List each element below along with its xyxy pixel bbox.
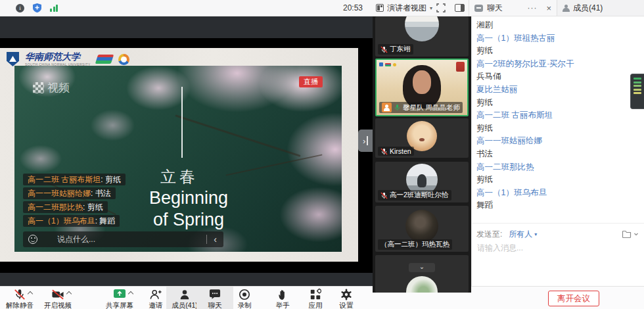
participant-strip: 丁东翊 馨星队 周晶晶老师 Kirsten 高一2班迪斯吐尔恰 （高一二班）玛热… [373,16,471,293]
participant-name: 高一2班迪斯吐尔恰 [390,191,449,200]
chevron-up-icon[interactable] [67,291,72,295]
overlay-collapse-icon[interactable]: ‹ [207,232,218,247]
settings-button[interactable]: 设置 [328,287,365,309]
chat-sender: 高一2班的努尔比亚·买尔干 [476,58,640,71]
raise-hand-button[interactable]: 举手 [264,287,301,309]
divider [472,223,644,224]
live-badge: 直播 [299,76,323,87]
chat-message: 舞蹈 [476,199,640,212]
overlay-comment-input[interactable]: 说点什么... ‹ [23,231,223,247]
participant-name: 丁东翊 [390,45,411,54]
leave-meeting-button[interactable]: 离开会议 [548,291,599,306]
raise-hand-icon [277,289,288,300]
chevron-up-icon[interactable] [28,291,33,295]
emoji-icon[interactable] [28,235,37,244]
camera-off-icon [51,289,64,300]
participant-name: 馨星队 周晶晶老师 [403,103,460,112]
view-mode-switcher[interactable]: 演讲者视图 ▾ [376,0,432,16]
chevron-up-icon[interactable] [129,291,133,295]
strip-collapse-button[interactable]: ⌄ [409,263,435,272]
attach-file-button[interactable] [622,229,639,239]
security-shield-icon[interactable] [33,3,41,12]
view-mode-label: 演讲者视图 [387,3,426,14]
ring-logo [118,54,129,65]
chat-message: 剪纸 [476,122,640,135]
chevron-down-icon [633,231,639,237]
members-panel-header[interactable]: 成员(41) [557,0,644,16]
chat-message-list[interactable]: 湘剧 高一（1）班祖热古丽 剪纸 高一2班的努尔比亚·买尔干 兵马俑 夏比兰姑丽… [476,19,640,212]
meeting-info-icon[interactable]: i [16,4,24,12]
overlay-comment: 高一二班 古丽布斯坦剪纸 [23,174,126,185]
chat-message: 湘剧 [476,19,640,32]
blossom-branch [225,154,322,176]
chat-panel-header: 聊天 ··· × [469,0,557,16]
apps-icon [310,289,321,300]
chevron-down-icon: ▾ [430,5,432,11]
chat-panel: 湘剧 高一（1）班祖热古丽 剪纸 高一2班的努尔比亚·买尔干 兵马俑 夏比兰姑丽… [471,16,644,309]
overlay-comment: 高一（1）班乌布旦舞蹈 [23,215,120,227]
start-video-button[interactable]: 开启视频 [39,287,76,309]
main-stage: 华南师范大学 SOUTH CHINA NORMAL UNIVERSITY 视频 … [0,16,373,286]
members-icon [563,5,570,12]
volume-indicator-widget[interactable] [630,74,644,109]
handle-bar [367,136,368,145]
mic-muted-icon [380,46,388,53]
chat-close-icon[interactable]: × [546,3,551,13]
fullscreen-button[interactable] [436,3,446,12]
chat-sender: 夏比兰姑丽 [476,83,640,97]
record-icon [239,289,250,300]
video-comment-overlay: 高一二班 古丽布斯坦剪纸 高一一班姑丽给娜书法 高一二班那比热剪纸 高一（1）班… [23,174,126,227]
network-signal-icon[interactable] [50,4,58,12]
avatar [406,276,438,293]
chat-message: 剪纸 [476,174,640,187]
chat-sender: 高一（1）班祖热古丽 [476,32,640,45]
avatar [405,210,438,243]
video-watermark: 视频 [33,80,70,95]
participant-tile[interactable]: （高一二班）玛热瓦热 [375,206,469,252]
mic-muted-icon [380,148,388,155]
side-panel-toggle-icon[interactable] [455,4,465,12]
spring-video-player[interactable]: 视频 直播 立春 Beginning of Spring 高一二班 古丽布斯坦剪… [14,66,342,252]
active-speaker-tile[interactable]: 馨星队 周晶晶老师 [375,59,469,116]
chat-message: 兵马俑 [476,70,640,83]
chat-message: 剪纸 [476,45,640,58]
mic-muted-icon [14,289,26,300]
chat-message: 剪纸 [476,97,640,110]
invite-icon [149,289,162,300]
chat-more-button[interactable]: ··· [527,3,537,12]
chat-message: 书法 [476,148,640,161]
decorative-line [181,87,183,158]
participant-tile[interactable]: 丁东翊 [375,16,469,57]
university-name: 华南师范大学 [25,53,91,62]
chevron-down-icon[interactable]: ▾ [534,231,537,237]
stage-bottom-band [0,273,373,286]
strip-expand-handle[interactable]: › [358,130,373,152]
participant-name: （高一二班）玛热瓦热 [380,240,449,249]
layout-icon [376,4,384,12]
flag-logo [95,55,114,64]
speaker-face [413,70,431,94]
stage-top-band [0,16,373,38]
chat-input[interactable]: 请输入消息... [477,243,523,254]
send-to-select[interactable]: 所有人 [509,229,532,240]
record-button[interactable]: 录制 [226,287,263,309]
participant-tile-partial[interactable]: ⌄ [375,255,469,293]
bottom-toolbar: 解除静音 开启视频 共享屏幕 邀请 成员(41) 聊天 [0,286,644,309]
seal-stamp [456,62,465,72]
chevron-right-icon: › [363,137,365,145]
university-crest-logo [7,52,19,66]
watermark-logo-icon [33,82,44,93]
overlay-comment: 高一二班那比热剪纸 [23,201,108,213]
unmute-button[interactable]: 解除静音 [1,287,38,309]
file-icon [622,229,632,239]
participant-tile[interactable]: 高一2班迪斯吐尔恰 [375,162,469,202]
video-title-cn: 立春 [160,166,198,187]
participant-tile[interactable]: Kirsten [375,118,469,158]
members-icon [179,289,191,300]
avatar [405,16,439,41]
video-title-en: Beginning of Spring [123,187,254,231]
share-screen-button[interactable]: 共享屏幕 [101,287,138,309]
virtual-bg-logos [379,62,396,66]
mic-muted-icon [380,192,388,199]
settings-gear-icon [340,289,352,300]
